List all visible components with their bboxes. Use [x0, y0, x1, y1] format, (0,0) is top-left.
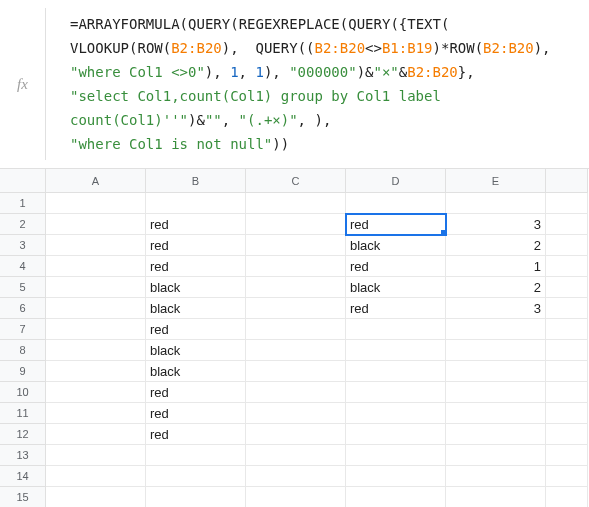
- cell[interactable]: [546, 298, 588, 319]
- row-header[interactable]: 14: [0, 466, 46, 487]
- cell[interactable]: [46, 214, 146, 235]
- formula-input[interactable]: =ARRAYFORMULA(QUERY(REGEXREPLACE(QUERY({…: [46, 8, 589, 160]
- cell[interactable]: [446, 340, 546, 361]
- corner-cell[interactable]: [0, 169, 46, 193]
- column-header[interactable]: D: [346, 169, 446, 193]
- row-header[interactable]: 6: [0, 298, 46, 319]
- cell[interactable]: [246, 403, 346, 424]
- cell[interactable]: [446, 193, 546, 214]
- cell[interactable]: [46, 466, 146, 487]
- cell[interactable]: red: [146, 214, 246, 235]
- cell[interactable]: black: [346, 277, 446, 298]
- column-header[interactable]: E: [446, 169, 546, 193]
- cell[interactable]: red: [146, 235, 246, 256]
- cell[interactable]: [246, 340, 346, 361]
- row-header[interactable]: 3: [0, 235, 46, 256]
- cell[interactable]: [446, 382, 546, 403]
- cell[interactable]: [346, 424, 446, 445]
- cell[interactable]: red: [146, 424, 246, 445]
- cell[interactable]: [46, 424, 146, 445]
- cell[interactable]: [546, 382, 588, 403]
- cell[interactable]: [246, 277, 346, 298]
- row-header[interactable]: 8: [0, 340, 46, 361]
- row-header[interactable]: 15: [0, 487, 46, 507]
- cell[interactable]: [246, 235, 346, 256]
- row-header[interactable]: 13: [0, 445, 46, 466]
- cell[interactable]: [546, 403, 588, 424]
- cell[interactable]: [46, 403, 146, 424]
- column-header[interactable]: C: [246, 169, 346, 193]
- cell[interactable]: [46, 487, 146, 507]
- cell[interactable]: [546, 466, 588, 487]
- cell[interactable]: [246, 298, 346, 319]
- cell[interactable]: [346, 466, 446, 487]
- cell[interactable]: black: [146, 298, 246, 319]
- cell[interactable]: [46, 361, 146, 382]
- row-header[interactable]: 2: [0, 214, 46, 235]
- cell[interactable]: black: [146, 340, 246, 361]
- row-header[interactable]: 1: [0, 193, 46, 214]
- cell[interactable]: [446, 445, 546, 466]
- cell[interactable]: red: [346, 298, 446, 319]
- cell[interactable]: [446, 424, 546, 445]
- cell[interactable]: [246, 193, 346, 214]
- cell[interactable]: black: [146, 277, 246, 298]
- row-header[interactable]: 5: [0, 277, 46, 298]
- cell[interactable]: [346, 487, 446, 507]
- cell[interactable]: [546, 235, 588, 256]
- cell[interactable]: [346, 193, 446, 214]
- column-header[interactable]: A: [46, 169, 146, 193]
- cell[interactable]: [546, 487, 588, 507]
- cell[interactable]: black: [146, 361, 246, 382]
- cell[interactable]: [446, 466, 546, 487]
- cell[interactable]: [446, 403, 546, 424]
- column-header[interactable]: B: [146, 169, 246, 193]
- cell[interactable]: [446, 487, 546, 507]
- cell[interactable]: [46, 256, 146, 277]
- cell[interactable]: [46, 235, 146, 256]
- row-header[interactable]: 7: [0, 319, 46, 340]
- cell[interactable]: [46, 382, 146, 403]
- cell[interactable]: [246, 256, 346, 277]
- row-header[interactable]: 10: [0, 382, 46, 403]
- cell[interactable]: 2: [446, 277, 546, 298]
- cell[interactable]: [246, 487, 346, 507]
- cell[interactable]: [546, 361, 588, 382]
- cell[interactable]: [246, 445, 346, 466]
- cell[interactable]: red: [346, 256, 446, 277]
- cell[interactable]: [446, 361, 546, 382]
- cell[interactable]: [146, 193, 246, 214]
- cell[interactable]: [46, 319, 146, 340]
- cell[interactable]: [346, 403, 446, 424]
- cell[interactable]: [346, 361, 446, 382]
- row-header[interactable]: 11: [0, 403, 46, 424]
- cell[interactable]: [346, 382, 446, 403]
- cell[interactable]: [146, 466, 246, 487]
- cell[interactable]: [546, 193, 588, 214]
- cell[interactable]: red: [146, 382, 246, 403]
- cell[interactable]: [546, 340, 588, 361]
- cell[interactable]: [346, 340, 446, 361]
- cell[interactable]: 3: [446, 298, 546, 319]
- cell[interactable]: [346, 445, 446, 466]
- cell[interactable]: 1: [446, 256, 546, 277]
- cell[interactable]: [546, 424, 588, 445]
- cell[interactable]: [46, 277, 146, 298]
- cell[interactable]: black: [346, 235, 446, 256]
- cell[interactable]: [146, 445, 246, 466]
- column-header[interactable]: [546, 169, 588, 193]
- cell[interactable]: red: [146, 403, 246, 424]
- cell[interactable]: [546, 256, 588, 277]
- cell[interactable]: [246, 361, 346, 382]
- cell[interactable]: [246, 214, 346, 235]
- cell[interactable]: [546, 277, 588, 298]
- row-header[interactable]: 12: [0, 424, 46, 445]
- cell[interactable]: [246, 382, 346, 403]
- cell[interactable]: 3: [446, 214, 546, 235]
- cell[interactable]: [446, 319, 546, 340]
- cell[interactable]: [46, 298, 146, 319]
- cell[interactable]: [46, 193, 146, 214]
- cell[interactable]: [146, 487, 246, 507]
- row-header[interactable]: 4: [0, 256, 46, 277]
- cell[interactable]: [546, 319, 588, 340]
